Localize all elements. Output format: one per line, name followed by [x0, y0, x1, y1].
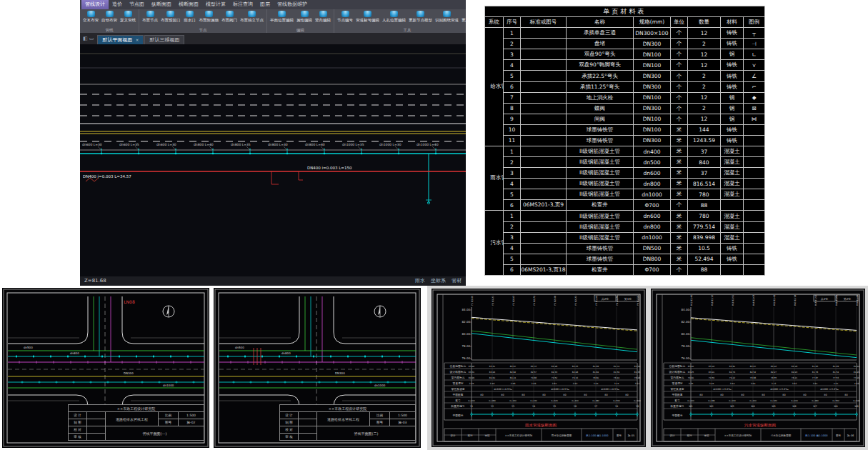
- close-icon[interactable]: ×: [135, 37, 139, 42]
- title-block-cell: 道路给排水管线工程: [317, 412, 370, 426]
- ribbon-button[interactable]: 交互布管: [81, 10, 100, 28]
- tool-cylinder-icon: [166, 11, 174, 17]
- ribbon-tab-2[interactable]: 造价: [109, 0, 126, 9]
- drawing-text: DN400 i=0.003 L=150: [307, 166, 352, 170]
- cell: ⊠: [744, 103, 765, 114]
- cell: 个: [671, 114, 688, 124]
- drawing-text: 82.23: [572, 365, 578, 368]
- drawing-text: DN300: [124, 371, 134, 375]
- document-tab[interactable]: 默认平面视图×: [97, 35, 144, 44]
- drawing-text: 81.69: [833, 365, 839, 368]
- ribbon-button[interactable]: 布置阀门: [220, 10, 239, 28]
- cell: [744, 232, 765, 243]
- ribbon-tab-7[interactable]: 标注查询: [229, 0, 256, 9]
- ribbon-tab-4[interactable]: 纵断面图: [148, 0, 175, 9]
- cell: ◆: [744, 92, 765, 103]
- drawing-text: 雨水管道纵断面图: [525, 423, 557, 428]
- ribbon-tab-9[interactable]: 管线数据维护: [274, 0, 311, 9]
- ribbon-button[interactable]: 布置附属物: [198, 10, 221, 28]
- ribbon-tab-8[interactable]: 图层: [256, 0, 274, 9]
- drawing-text: 80: [563, 394, 566, 396]
- ribbon-button[interactable]: 平面位置编辑: [269, 10, 295, 28]
- ribbon-button[interactable]: 竖向编辑: [314, 10, 332, 28]
- title-block-cell: [299, 434, 317, 441]
- ribbon-button[interactable]: 人孔位置编辑: [381, 10, 407, 28]
- ribbon-group-label: 编辑: [269, 28, 332, 33]
- ribbon-button[interactable]: 管道标号编辑: [354, 10, 381, 28]
- tool-cylinder-icon: [319, 11, 327, 17]
- cell: [521, 189, 567, 200]
- cell: 混凝土: [721, 189, 744, 200]
- ribbon-tab-3[interactable]: 节点图: [126, 0, 148, 9]
- pipe-node: [153, 356, 154, 357]
- ribbon-group: 交互布管自动布管定义管线管线: [80, 9, 139, 33]
- drawing-canvas[interactable]: dn600 L=30dn600 L=35dn600 L=30dn800 L=40…: [80, 44, 466, 276]
- drawing-text: 0+320: [770, 399, 777, 402]
- leader-line: [395, 146, 399, 150]
- ribbon-group-label: 节点: [141, 28, 265, 33]
- cell: DN100: [634, 49, 671, 60]
- drawing-text: 84.00: [462, 308, 471, 311]
- tool-cylinder-icon: [226, 11, 234, 17]
- ribbon-button[interactable]: 雨水口: [182, 10, 198, 28]
- ribbon-button[interactable]: 自动布管: [100, 10, 119, 28]
- ribbon-button[interactable]: 布置预留口: [159, 10, 182, 28]
- document-tab[interactable]: 默认三维视图: [144, 35, 184, 44]
- drawing-text: Y2 83.21: [492, 296, 494, 306]
- title-block-cell: 1:500: [179, 412, 204, 419]
- cell: [744, 124, 765, 135]
- ribbon-button[interactable]: 节点编号: [336, 10, 354, 28]
- cell: 06MS201-3,页9: [521, 200, 567, 211]
- drawing-text: 81.50: [634, 365, 640, 368]
- cell: 混凝土: [721, 157, 744, 168]
- ribbon-tab-5[interactable]: 横断面图: [175, 0, 202, 9]
- material-row: 污水管1II级钢筋混凝土管dn600米780混凝土: [485, 211, 765, 221]
- ribbon-button[interactable]: 布置独立节点: [239, 10, 265, 28]
- ribbon-button-label: 布置独立节点: [240, 18, 264, 23]
- material-row: 7地上消火栓DN100个12钢◆: [485, 92, 765, 103]
- ribbon-button-label: 自动布管: [101, 18, 117, 23]
- drawing-text: Y6: [574, 405, 577, 408]
- drawing-text: 0+560: [613, 399, 620, 402]
- ribbon-tab-6[interactable]: 模型计算: [202, 0, 229, 9]
- drawing-text: 80: [803, 394, 806, 396]
- material-row: 2II级钢筋混凝土管dn500米840混凝土: [485, 157, 765, 168]
- cell: DN300×100: [634, 28, 671, 39]
- pipe-node: [261, 356, 263, 357]
- drawing-text: 3.15: [614, 382, 619, 385]
- drawing-text: 77.20: [854, 376, 859, 379]
- ribbon-tab-1[interactable]: 管线设计: [81, 0, 109, 9]
- drawing-text: 81.54: [833, 371, 839, 374]
- cell: ⋈: [744, 114, 765, 124]
- ribbon-button[interactable]: 更新节点模型: [407, 10, 434, 28]
- cell: 个: [671, 200, 688, 211]
- status-toggle[interactable]: 坐标系: [431, 278, 446, 284]
- drawing-text: 82.08: [572, 371, 578, 374]
- profile-sheet-drawing: 共2张第1张Y1 83.46Y2 83.21Y3 82.97Y4 82.72Y5…: [431, 289, 646, 447]
- cell: 球墨铸铁管: [567, 243, 634, 254]
- status-toggle[interactable]: 雨水: [415, 278, 425, 284]
- drawing-text: 79.52: [552, 376, 557, 379]
- status-toggle[interactable]: 管材: [452, 278, 462, 284]
- drawing-text: 83.16: [709, 365, 714, 368]
- cell: 840: [688, 157, 721, 168]
- cell: 6: [504, 200, 521, 211]
- ribbon-tab-bar: 管线设计造价节点图纵断面图横断面图模型计算标注查询图层管线数据维护: [80, 0, 466, 9]
- ribbon-button[interactable]: 布置节点: [141, 10, 159, 28]
- leader-line: [135, 146, 139, 150]
- ribbon-button[interactable]: 定义管线: [119, 10, 137, 28]
- ribbon-button[interactable]: 识别图纸管道: [434, 10, 460, 28]
- cell: 米: [671, 168, 688, 179]
- drawing-text: W7 81.93: [814, 295, 817, 306]
- view-layout-icons[interactable]: ◧ ▭: [83, 34, 94, 44]
- column-header: 标准或图号: [521, 17, 567, 28]
- ribbon-toolbar: 交互布管自动布管定义管线管线布置节点布置预留口雨水口布置附属物布置阀门布置独立节…: [80, 9, 466, 34]
- ribbon-button-label: 布置附属物: [199, 18, 219, 23]
- drawing-text: 82.82: [510, 371, 516, 374]
- ribbon-button[interactable]: 更新管线: [460, 10, 466, 28]
- system-name: 给水管: [485, 28, 504, 146]
- ribbon-button-label: 更新节点模型: [409, 18, 432, 23]
- drawing-text: 79.88: [531, 376, 537, 379]
- cell: DN500: [634, 243, 671, 254]
- ribbon-button[interactable]: 属性编辑: [295, 10, 314, 28]
